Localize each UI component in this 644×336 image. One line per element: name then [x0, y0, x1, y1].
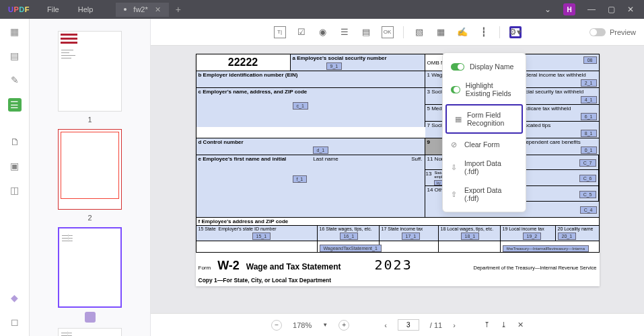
field-12c[interactable]: C_5	[579, 191, 596, 198]
field-10[interactable]: 0_1	[581, 146, 597, 154]
zoom-dropdown-icon[interactable]: ▼	[322, 322, 328, 328]
annotations-icon[interactable]: ✎	[9, 74, 21, 86]
field-12a[interactable]: C_7	[579, 159, 596, 167]
thumbnail-panel: ▬▬▬▬▬▬▬▬▬▬▬▬▬▬▬▬▬▬▬▬▬▬ 1 2 ▬▬▬|▬▬▬▬▬|▬▬▬…	[30, 19, 151, 336]
button-tool[interactable]: OK	[382, 26, 394, 38]
page-input[interactable]	[398, 319, 419, 331]
form-tools-dropdown: Display Name Highlight Existing Fields ▦…	[442, 52, 526, 212]
form-year: 2023	[375, 257, 413, 273]
tab-modified-dot	[124, 8, 127, 11]
titlebar: UPDF File Help fw2* ✕ + ⌄ H — ▢ ✕	[0, 0, 644, 19]
thumb-page-1[interactable]: ▬▬▬▬▬▬▬▬▬▬▬▬▬▬▬▬▬▬▬▬▬▬	[58, 31, 122, 112]
attach-icon[interactable]: 🗋	[9, 136, 21, 148]
field-d[interactable]: d_1	[313, 146, 329, 154]
avatar[interactable]: H	[563, 3, 575, 15]
field-a[interactable]: 9_1	[326, 62, 343, 70]
recognition-icon: ▦	[455, 115, 462, 123]
thumb-page-3[interactable]: ▬▬▬|▬▬▬▬▬|▬▬▬▬▬|▬▬	[58, 227, 122, 308]
maximize-button[interactable]: ▢	[608, 5, 615, 14]
thumb-label-2: 2	[30, 214, 150, 222]
last-page-button[interactable]: ⤓	[501, 321, 507, 329]
dd-highlight-fields[interactable]: Highlight Existing Fields	[443, 76, 526, 103]
zoom-out-button[interactable]: −	[271, 320, 282, 331]
close-bar-button[interactable]: ✕	[517, 321, 524, 329]
prev-page-button[interactable]: ‹	[384, 321, 387, 329]
copy-line: Copy 1—For State, City, or Local Tax Dep…	[196, 277, 600, 286]
cube-icon[interactable]: ◆	[9, 292, 21, 304]
box-22222: 22222	[196, 54, 291, 71]
close-button[interactable]: ✕	[627, 5, 634, 14]
bottom-bar: − 178% ▼ + ‹ / 11 › ⤒ ⤓ ✕	[151, 313, 644, 336]
dd-import-data[interactable]: ⇩Import Data (.fdf)	[443, 154, 526, 181]
new-tab-button[interactable]: +	[176, 4, 181, 15]
dd-clear-form[interactable]: ⊘Clear Form	[443, 135, 526, 154]
field-6[interactable]: 6_1	[581, 113, 597, 120]
form-toolbar: T| ☑ ◉ ☰ ▤ OK ▧ ▦ ✍ ┇ ⚙▾ Preview	[151, 19, 644, 46]
minimize-button[interactable]: —	[587, 5, 596, 14]
thumb-badge-3	[85, 312, 96, 323]
field-19[interactable]: 19_2	[523, 233, 542, 240]
chevron-down-icon[interactable]: ⌄	[544, 5, 551, 14]
field-treasury[interactable]: ftheTreasury—InternalRevtreasury—Interna	[503, 245, 589, 252]
menu-help[interactable]: Help	[69, 5, 103, 13]
divider-tool[interactable]: ┇	[478, 26, 490, 38]
zoom-level: 178%	[293, 321, 312, 329]
field-wage-stmt[interactable]: WageandTaxStatement_1	[320, 245, 382, 252]
field-12d[interactable]: C_4	[580, 206, 597, 214]
import-icon: ⇩	[451, 163, 459, 171]
first-page-button[interactable]: ⤒	[484, 321, 490, 329]
clear-icon: ⊘	[451, 140, 459, 149]
form-settings-tool[interactable]: ⚙▾	[509, 26, 522, 38]
dd-export-data[interactable]: ⇧Export Data (.fdf)	[443, 181, 526, 208]
bookmarks-icon[interactable]: ▤	[9, 50, 21, 62]
field-c[interactable]: c_1	[293, 102, 308, 110]
form-w2-title: W-2	[217, 259, 240, 273]
text-field-tool[interactable]: T|	[274, 26, 286, 38]
app-logo: UPDF	[0, 5, 38, 13]
zoom-in-button[interactable]: +	[338, 320, 349, 331]
preview-toggle[interactable]: Preview	[589, 28, 636, 36]
left-sidebar: ▦ ▤ ✎ ☰ 🗋 ▣ ◫ ◆ ◻	[0, 19, 30, 336]
thumb-page-2[interactable]	[58, 129, 122, 210]
page-total: / 11	[430, 321, 442, 329]
field-18[interactable]: 18_1	[461, 233, 480, 240]
field-16[interactable]: 16_1	[340, 233, 359, 240]
thumbnails-icon[interactable]: ▦	[9, 26, 21, 38]
dropdown-tool[interactable]: ▤	[360, 26, 372, 38]
list-tool[interactable]: ☰	[338, 26, 351, 38]
radio-tool[interactable]: ◉	[317, 26, 329, 38]
forms-icon[interactable]: ☰	[8, 98, 22, 112]
thumb-label-1: 1	[30, 116, 150, 124]
document-tab[interactable]: fw2* ✕	[116, 3, 168, 17]
toggle-on-icon[interactable]	[451, 86, 460, 93]
field-f[interactable]: f_1	[293, 175, 308, 183]
next-page-button[interactable]: ›	[453, 321, 456, 329]
form-page: 22222 a Employee's social security numbe…	[196, 54, 600, 286]
tab-close-icon[interactable]: ✕	[155, 5, 161, 14]
dd-display-name[interactable]: Display Name	[443, 57, 526, 76]
bookmark-icon[interactable]: ◻	[9, 316, 21, 328]
field-15[interactable]: 15_1	[252, 233, 271, 240]
field-17[interactable]: 17_1	[402, 233, 421, 240]
switch-icon[interactable]	[589, 28, 606, 36]
thumb-page-4[interactable]: ▬▬▬|▬▬▬▬▬|▬▬	[58, 328, 122, 336]
field-2[interactable]: 2_1	[581, 79, 597, 87]
snapshot-icon[interactable]: ◫	[9, 184, 21, 196]
main-area: T| ☑ ◉ ☰ ▤ OK ▧ ▦ ✍ ┇ ⚙▾ Preview Display…	[151, 19, 644, 336]
dd-form-recognition[interactable]: ▦Form Field Recognition	[445, 104, 523, 134]
toggle-on-icon[interactable]	[451, 63, 464, 71]
menu-file[interactable]: File	[38, 5, 69, 13]
field-8[interactable]: 8_1	[581, 130, 597, 137]
image-tool[interactable]: ▧	[413, 26, 425, 38]
field-12b[interactable]: C_6	[579, 175, 596, 182]
export-icon: ⇧	[451, 190, 459, 198]
field-20[interactable]: 20_1	[558, 233, 577, 240]
date-tool[interactable]: ▦	[435, 26, 447, 38]
layers-icon[interactable]: ▣	[9, 160, 21, 172]
signature-tool[interactable]: ✍	[456, 26, 468, 38]
tab-title: fw2*	[133, 5, 147, 13]
checkbox-tool[interactable]: ☑	[295, 26, 308, 38]
field-4[interactable]: 4_1	[581, 96, 597, 103]
